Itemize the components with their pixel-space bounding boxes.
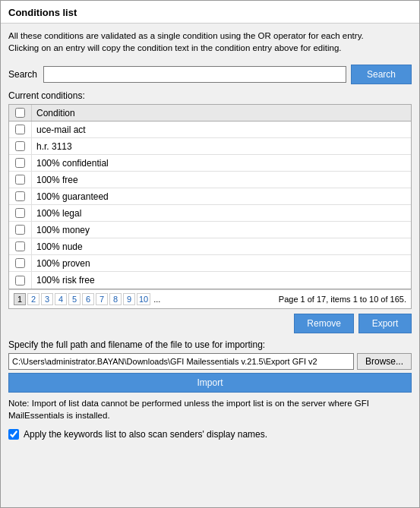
page-link-6[interactable]: 6 bbox=[82, 293, 94, 305]
table-row[interactable]: 100% confidential bbox=[9, 155, 411, 172]
search-button[interactable]: Search bbox=[351, 65, 412, 84]
page-link-4[interactable]: 4 bbox=[55, 293, 67, 305]
table-row[interactable]: 100% proven bbox=[9, 255, 411, 272]
window-title: Conditions list bbox=[8, 7, 412, 18]
row-checkbox[interactable] bbox=[15, 125, 25, 134]
header-checkbox-cell bbox=[9, 105, 32, 121]
select-all-checkbox[interactable] bbox=[15, 108, 25, 118]
row-checkbox[interactable] bbox=[15, 225, 25, 235]
row-checkbox[interactable] bbox=[15, 141, 25, 151]
page-link-1[interactable]: 1 bbox=[14, 293, 26, 305]
description-text: All these conditions are validated as a … bbox=[1, 24, 419, 60]
page-link-7[interactable]: 7 bbox=[96, 293, 108, 305]
apply-checkbox-label: Apply the keywords list to also scan sen… bbox=[24, 429, 267, 440]
pagination-row: 12345678910... Page 1 of 17, items 1 to … bbox=[8, 289, 412, 309]
page-link-5[interactable]: 5 bbox=[68, 293, 81, 305]
description-line1: All these conditions are validated as a … bbox=[8, 31, 364, 40]
row-checkbox-cell bbox=[9, 255, 32, 271]
row-checkbox[interactable] bbox=[15, 241, 25, 251]
row-condition: 100% guaranteed bbox=[32, 191, 411, 202]
note-text: Note: Import of list data cannot be perf… bbox=[1, 393, 419, 426]
import-label: Specify the full path and filename of th… bbox=[1, 338, 419, 353]
table-row[interactable]: 100% legal bbox=[9, 205, 411, 222]
apply-checkbox[interactable] bbox=[8, 429, 19, 440]
row-condition: 100% nude bbox=[32, 241, 411, 252]
table-row[interactable]: uce-mail act bbox=[9, 121, 411, 138]
import-path-input[interactable] bbox=[8, 353, 354, 370]
page-link-9[interactable]: 9 bbox=[123, 293, 135, 305]
conditions-list-window: Conditions list All these conditions are… bbox=[0, 0, 420, 508]
table-row[interactable]: 100% money bbox=[9, 222, 411, 238]
apply-checkbox-row: Apply the keywords list to also scan sen… bbox=[1, 426, 419, 443]
pagination-pages: 12345678910... bbox=[14, 293, 162, 305]
row-condition: 100% legal bbox=[32, 208, 411, 219]
table-row[interactable]: 100% guaranteed bbox=[9, 188, 411, 205]
browse-button[interactable]: Browse... bbox=[357, 353, 412, 370]
row-checkbox[interactable] bbox=[15, 208, 25, 218]
row-checkbox[interactable] bbox=[15, 276, 25, 286]
row-checkbox-cell bbox=[9, 272, 32, 289]
row-checkbox[interactable] bbox=[15, 258, 25, 268]
header-condition-cell: Condition bbox=[32, 108, 411, 118]
row-checkbox-cell bbox=[9, 138, 32, 154]
title-bar: Conditions list bbox=[1, 1, 419, 24]
row-condition: uce-mail act bbox=[32, 125, 411, 135]
row-condition: 100% money bbox=[32, 225, 411, 235]
row-condition: 100% risk free bbox=[32, 275, 411, 286]
table-row[interactable]: 100% risk free bbox=[9, 272, 411, 289]
row-checkbox-cell bbox=[9, 188, 32, 204]
description-line2: Clicking on an entry will copy the condi… bbox=[8, 43, 342, 52]
row-condition: 100% proven bbox=[32, 258, 411, 269]
conditions-label: Current conditions: bbox=[1, 89, 419, 104]
row-condition: 100% free bbox=[32, 175, 411, 185]
row-condition: 100% confidential bbox=[32, 158, 411, 169]
row-checkbox[interactable] bbox=[15, 158, 25, 168]
page-link-2[interactable]: 2 bbox=[27, 293, 39, 305]
row-checkbox-cell bbox=[9, 222, 32, 238]
row-checkbox-cell bbox=[9, 172, 32, 188]
page-link-8[interactable]: 8 bbox=[109, 293, 122, 305]
import-button[interactable]: Import bbox=[8, 373, 412, 393]
table-header: Condition bbox=[9, 105, 411, 121]
table-body: uce-mail act h.r. 3113 100% confidential… bbox=[9, 121, 411, 289]
table-row[interactable]: 100% free bbox=[9, 172, 411, 188]
export-button[interactable]: Export bbox=[358, 314, 412, 333]
row-checkbox-cell bbox=[9, 155, 32, 171]
search-label: Search bbox=[8, 69, 39, 80]
row-checkbox[interactable] bbox=[15, 191, 25, 201]
page-link-3[interactable]: 3 bbox=[41, 293, 53, 305]
table-row[interactable]: h.r. 3113 bbox=[9, 138, 411, 155]
row-checkbox-cell bbox=[9, 238, 32, 254]
row-checkbox-cell bbox=[9, 205, 32, 221]
page-link-10[interactable]: 10 bbox=[137, 293, 150, 305]
remove-button[interactable]: Remove bbox=[294, 314, 354, 333]
conditions-table: Condition uce-mail act h.r. 3113 100% co… bbox=[8, 104, 412, 289]
table-row[interactable]: 100% nude bbox=[9, 238, 411, 255]
row-condition: h.r. 3113 bbox=[32, 141, 411, 152]
row-checkbox-cell bbox=[9, 121, 32, 137]
action-buttons: Remove Export bbox=[1, 309, 419, 338]
page-ellipsis: ... bbox=[152, 295, 162, 304]
search-input[interactable] bbox=[43, 66, 346, 83]
row-checkbox[interactable] bbox=[15, 175, 25, 185]
search-row: Search Search bbox=[1, 60, 419, 89]
page-info: Page 1 of 17, items 1 to 10 of 165. bbox=[279, 295, 406, 304]
import-row: Browse... bbox=[1, 353, 419, 373]
